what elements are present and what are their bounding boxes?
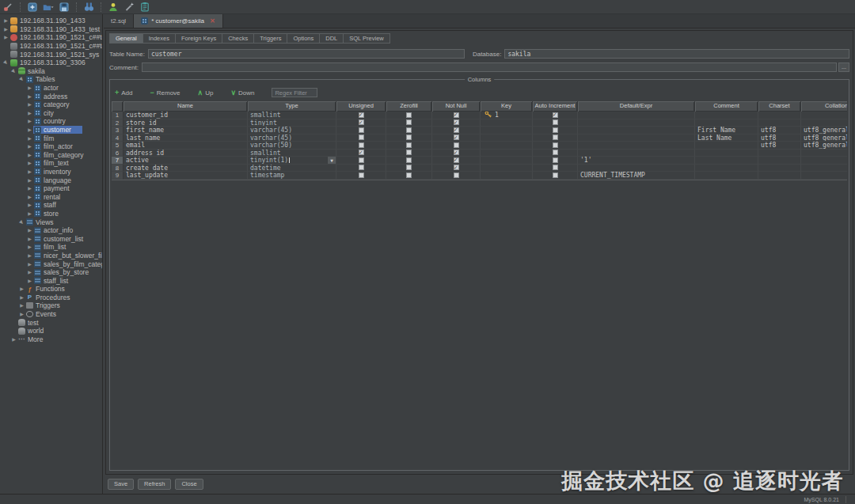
column-header-collation[interactable]: Collation (801, 101, 847, 112)
close-button[interactable]: Close (175, 479, 203, 490)
key-cell[interactable] (481, 119, 533, 127)
tree-item-triggers[interactable]: ▶Triggers (0, 301, 102, 310)
tree-collapsed-arrow[interactable]: ▶ (2, 17, 10, 25)
default-expr-cell[interactable]: '1' (578, 157, 695, 165)
tree-item-city[interactable]: ▶city (0, 109, 102, 118)
key-cell[interactable]: 1 (481, 112, 533, 119)
column-name-cell[interactable]: email (124, 142, 248, 150)
tree-item-staff-list[interactable]: ▶staff_list (0, 276, 102, 285)
tab-foreign-keys[interactable]: Foreign Keys (176, 33, 222, 44)
not-null-checkbox[interactable] (454, 165, 459, 170)
tree-item-192-168-31-190-1521-c-test2[interactable]: 192.168.31.190_1521_c##test2 (0, 42, 102, 51)
tree-item-film-text[interactable]: ▶film_text (0, 159, 102, 168)
not-null-checkbox[interactable] (454, 127, 459, 133)
move-up-button[interactable]: ∧ Up (198, 89, 214, 97)
zerofill-checkbox[interactable] (406, 157, 412, 163)
tree-item-192-168-31-190-1521-c-test1[interactable]: ▶192.168.31.190_1521_c##test1 (0, 33, 102, 42)
save-icon[interactable] (59, 2, 70, 13)
row-number[interactable]: 5 (112, 142, 124, 150)
collation-cell[interactable]: utf8_general_ci (801, 142, 847, 150)
unsigned-checkbox[interactable] (359, 142, 364, 148)
charset-cell[interactable] (758, 165, 801, 172)
tree-collapsed-arrow[interactable]: ▶ (26, 142, 33, 150)
tree-collapsed-arrow[interactable]: ▶ (26, 235, 33, 243)
unsigned-checkbox[interactable] (359, 157, 364, 163)
tree-item-category[interactable]: ▶category (0, 100, 102, 109)
column-type-cell[interactable]: varchar(45) (248, 127, 336, 135)
comment-cell[interactable] (695, 165, 758, 172)
zerofill-checkbox[interactable] (406, 142, 412, 148)
default-expr-cell[interactable] (578, 112, 695, 119)
tree-collapsed-arrow[interactable]: ▶ (26, 268, 33, 276)
tree-collapsed-arrow[interactable]: ▶ (26, 277, 33, 285)
tree-item-world[interactable]: world (0, 327, 102, 335)
column-name-cell[interactable]: last_update (124, 172, 248, 180)
column-type-cell[interactable]: smallint (248, 112, 336, 119)
row-number[interactable]: 7 (112, 157, 124, 165)
collation-cell[interactable]: utf8_general_ci (801, 135, 847, 142)
tree-item-address[interactable]: ▶address (0, 92, 102, 100)
comment-cell[interactable] (695, 142, 758, 150)
connect-icon[interactable] (2, 2, 13, 13)
charset-cell[interactable]: utf8 (758, 142, 801, 150)
tree-item-payment[interactable]: ▶payment (0, 184, 102, 193)
tree-collapsed-arrow[interactable]: ▶ (18, 301, 25, 309)
wand-icon[interactable] (124, 2, 135, 13)
tree-item-192-168-31-190-1521-sys[interactable]: 192.168.31.190_1521_sys (0, 50, 102, 59)
column-header-name[interactable]: Name (124, 101, 248, 112)
tree-collapsed-arrow[interactable]: ▶ (26, 84, 33, 92)
open-folder-icon[interactable] (43, 2, 54, 13)
column-name-cell[interactable]: address_id (124, 150, 248, 157)
zerofill-checkbox[interactable] (406, 172, 412, 178)
row-number[interactable]: 3 (112, 127, 124, 135)
column-header-type[interactable]: Type (248, 101, 336, 112)
tree-collapsed-arrow[interactable]: ▶ (26, 201, 33, 209)
tree-collapsed-arrow[interactable]: ▶ (2, 25, 10, 33)
default-expr-cell[interactable] (578, 142, 695, 150)
tab-checks[interactable]: Checks (222, 33, 254, 44)
tree-item-language[interactable]: ▶language (0, 176, 102, 184)
auto-increment-checkbox[interactable] (553, 165, 558, 170)
clipboard-icon[interactable] (139, 2, 150, 13)
zerofill-checkbox[interactable] (406, 119, 412, 125)
row-number[interactable]: 9 (112, 172, 124, 180)
charset-cell[interactable] (758, 150, 801, 157)
tree-item-film-category[interactable]: ▶film_category (0, 151, 102, 160)
column-header-unsigned[interactable]: Unsigned (336, 101, 386, 112)
tree-collapsed-arrow[interactable]: ▶ (10, 335, 17, 343)
charset-cell[interactable] (758, 112, 801, 119)
column-type-cell[interactable]: tinyint(1)▼ (248, 157, 336, 165)
key-cell[interactable] (481, 157, 533, 165)
auto-increment-checkbox[interactable] (553, 112, 558, 118)
column-type-cell[interactable]: datetime (248, 165, 336, 172)
tree-item-events[interactable]: ▶Events (0, 310, 102, 319)
tree-collapsed-arrow[interactable]: ▶ (26, 135, 33, 142)
tree-item-functions[interactable]: ▶ƒFunctions (0, 285, 102, 294)
comment-cell[interactable] (695, 172, 758, 180)
row-number[interactable]: 4 (112, 135, 124, 142)
collation-cell[interactable] (801, 150, 847, 157)
tree-item-actor[interactable]: ▶actor (0, 84, 102, 93)
charset-cell[interactable]: utf8 (758, 135, 801, 142)
zerofill-checkbox[interactable] (406, 165, 412, 170)
collation-cell[interactable] (801, 165, 847, 172)
tree-collapsed-arrow[interactable]: ▶ (26, 126, 33, 134)
column-header-rownum[interactable] (112, 101, 124, 112)
tab-options[interactable]: Options (287, 33, 320, 44)
save-button[interactable]: Save (108, 479, 134, 490)
editor-tab-t2-sql[interactable]: t2.sql (104, 14, 134, 28)
column-name-cell[interactable]: last_name (124, 135, 248, 142)
tree-collapsed-arrow[interactable]: ▶ (26, 226, 33, 234)
tree-item-customer-list[interactable]: ▶customer_list (0, 234, 102, 243)
default-expr-cell[interactable] (578, 127, 695, 135)
refresh-button[interactable]: Refresh (138, 479, 171, 490)
column-header-key[interactable]: Key (481, 101, 533, 112)
column-header-zerofill[interactable]: Zerofill (386, 101, 432, 112)
default-expr-cell[interactable] (578, 150, 695, 157)
key-cell[interactable] (481, 172, 533, 180)
tree-collapsed-arrow[interactable]: ▶ (26, 176, 33, 184)
auto-increment-checkbox[interactable] (553, 172, 558, 178)
collation-cell[interactable] (801, 119, 847, 127)
collation-cell[interactable] (801, 112, 847, 119)
tree-collapsed-arrow[interactable]: ▶ (26, 260, 33, 268)
